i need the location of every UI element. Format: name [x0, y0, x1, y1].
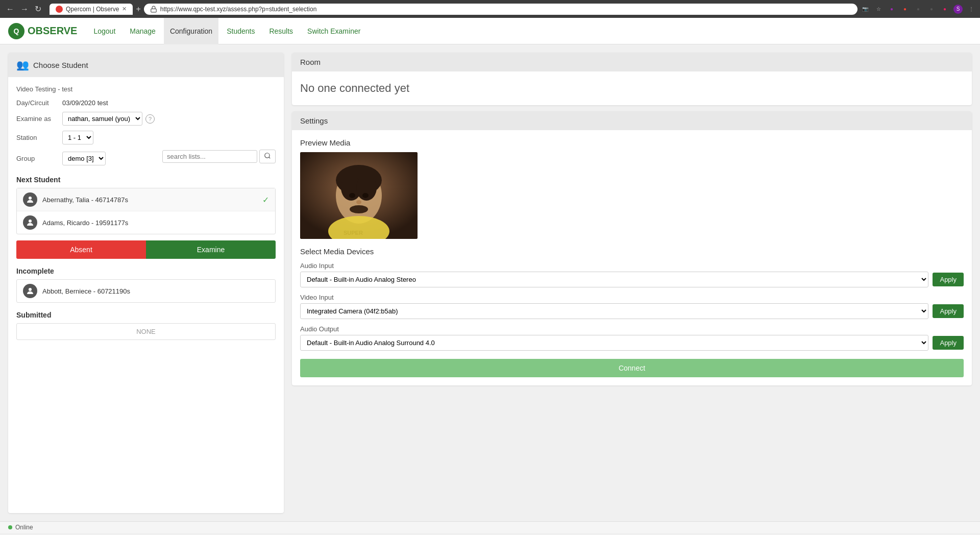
online-dot	[8, 525, 12, 529]
left-panel-body: Video Testing - test Day/Circuit 03/09/2…	[8, 77, 284, 352]
nav-link-logout[interactable]: Logout	[87, 18, 121, 44]
search-input[interactable]	[162, 150, 257, 163]
app-navbar: Q OBSERVE Logout Manage Configuration St…	[0, 18, 980, 44]
lock-icon	[150, 6, 157, 13]
group-select-wrap: Group demo [3]	[16, 152, 106, 165]
tab-close-button[interactable]: ✕	[122, 6, 127, 12]
station-select[interactable]: 1 - 1	[62, 131, 93, 144]
left-panel: 👥 Choose Student Video Testing - test Da…	[8, 53, 284, 513]
select-media-title: Select Media Devices	[300, 247, 964, 256]
avatar-adams	[23, 215, 37, 230]
nav-link-switch-examiner[interactable]: Switch Examiner	[301, 18, 366, 44]
group-select[interactable]: demo [3]	[62, 152, 106, 165]
nav-link-students[interactable]: Students	[220, 18, 261, 44]
examine-button[interactable]: Examine	[146, 240, 276, 259]
student-item-adams[interactable]: Adams, Ricardo - 19591177s	[17, 211, 275, 234]
svg-point-17	[350, 205, 368, 213]
svg-point-15	[362, 193, 369, 198]
svg-text:SUPER: SUPER	[344, 230, 363, 236]
station-label: Station	[16, 134, 62, 141]
browser-tab[interactable]: Qpercom | Observe ✕	[50, 4, 133, 15]
svg-point-1	[265, 153, 270, 158]
video-input-select[interactable]: Integrated Camera (04f2:b5ab)	[300, 303, 928, 319]
person-icon	[26, 195, 35, 204]
search-button[interactable]	[259, 150, 276, 163]
video-preview-svg: SUPER	[300, 152, 418, 239]
online-label: Online	[15, 524, 33, 531]
back-button[interactable]: ←	[4, 4, 16, 15]
video-input-label: Video Input	[300, 294, 964, 301]
absent-button[interactable]: Absent	[16, 240, 146, 259]
choose-student-title: Choose Student	[33, 61, 88, 69]
room-status: No one connected yet	[292, 71, 972, 105]
next-student-title: Next Student	[16, 176, 276, 184]
student-item-abernathy[interactable]: Abernathy, Talia - 46714787s ✓	[17, 188, 275, 211]
profile-icon[interactable]: S	[953, 5, 963, 14]
next-student-list: Abernathy, Talia - 46714787s ✓ Adams, Ri…	[16, 188, 276, 234]
day-circuit-label: Day/Circuit	[16, 99, 62, 107]
help-icon[interactable]: ?	[145, 114, 155, 124]
audio-input-label: Audio Input	[300, 262, 964, 270]
room-card: Room No one connected yet	[292, 53, 972, 105]
group-search-row: Group demo [3]	[16, 150, 276, 167]
address-bar[interactable]: https://www.qpc-test.xyz/assess.php?p=st…	[144, 4, 857, 15]
ext1-icon: ●	[887, 5, 896, 14]
browser-actions: 📷 ☆ ● ● ● ● ● S ⋮	[861, 5, 976, 14]
preview-video: SUPER	[300, 152, 418, 239]
svg-point-3	[29, 197, 32, 200]
reload-button[interactable]: ↻	[33, 3, 43, 15]
svg-point-4	[29, 220, 32, 223]
preview-media-title: Preview Media	[300, 138, 964, 147]
tab-title: Qpercom | Observe	[66, 6, 119, 13]
incomplete-section: Incomplete Abbott, Berniece - 60721190s	[16, 267, 276, 303]
choose-student-header: 👥 Choose Student	[8, 53, 284, 77]
submitted-section: Submitted NONE	[16, 311, 276, 340]
nav-controls: ← → ↻	[4, 3, 43, 15]
browser-chrome: ← → ↻ Qpercom | Observe ✕ + https://www.…	[0, 0, 980, 18]
svg-point-14	[349, 193, 355, 198]
examine-as-label: Examine as	[16, 115, 62, 123]
settings-body: Preview Media	[292, 130, 972, 385]
logo-text: OBSERVE	[28, 25, 77, 37]
station-row: Station 1 - 1	[16, 131, 276, 144]
nav-link-manage[interactable]: Manage	[124, 18, 162, 44]
nav-link-results[interactable]: Results	[263, 18, 299, 44]
audio-input-row: Audio Input Default - Built-in Audio Ana…	[300, 262, 964, 287]
ext2-icon: ●	[900, 5, 910, 14]
audio-output-controls: Default - Built-in Audio Analog Surround…	[300, 335, 964, 351]
ext4-icon: ●	[927, 5, 936, 14]
svg-point-5	[29, 288, 32, 291]
ext3-icon: ●	[914, 5, 923, 14]
forward-button[interactable]: →	[18, 4, 31, 15]
video-testing-label: Video Testing - test	[16, 85, 276, 93]
examine-as-select[interactable]: nathan, samuel (you)	[62, 112, 142, 126]
video-input-apply-button[interactable]: Apply	[933, 304, 964, 318]
audio-input-select[interactable]: Default - Built-in Audio Analog Stereo	[300, 272, 928, 287]
svg-line-2	[269, 157, 271, 159]
audio-input-apply-button[interactable]: Apply	[933, 273, 964, 286]
tab-favicon	[56, 6, 63, 13]
camera-icon: 📷	[861, 5, 870, 14]
incomplete-title: Incomplete	[16, 267, 276, 275]
examine-as-row: Examine as nathan, samuel (you) ?	[16, 112, 276, 126]
svg-rect-0	[151, 9, 157, 12]
address-url: https://www.qpc-test.xyz/assess.php?p=st…	[160, 6, 317, 13]
audio-output-row: Audio Output Default - Built-in Audio An…	[300, 325, 964, 351]
new-tab-button[interactable]: +	[136, 5, 140, 14]
connect-button[interactable]: Connect	[300, 359, 964, 377]
menu-icon[interactable]: ⋮	[967, 5, 976, 14]
student-item-abbott[interactable]: Abbott, Berniece - 60721190s	[17, 280, 275, 302]
audio-output-label: Audio Output	[300, 325, 964, 333]
logo-icon: Q	[8, 23, 24, 39]
audio-output-apply-button[interactable]: Apply	[933, 336, 964, 350]
right-panel: Room No one connected yet Settings Previ…	[292, 53, 972, 513]
day-circuit-value: 03/09/2020 test	[62, 99, 108, 107]
nav-link-configuration[interactable]: Configuration	[164, 18, 218, 44]
audio-output-select[interactable]: Default - Built-in Audio Analog Surround…	[300, 335, 928, 351]
student-name-adams: Adams, Ricardo - 19591177s	[42, 219, 269, 227]
star-icon[interactable]: ☆	[874, 5, 883, 14]
student-name-abbott: Abbott, Berniece - 60721190s	[42, 287, 269, 295]
room-header: Room	[292, 53, 972, 71]
avatar-abernathy	[23, 192, 37, 207]
main-content: 👥 Choose Student Video Testing - test Da…	[0, 44, 980, 521]
